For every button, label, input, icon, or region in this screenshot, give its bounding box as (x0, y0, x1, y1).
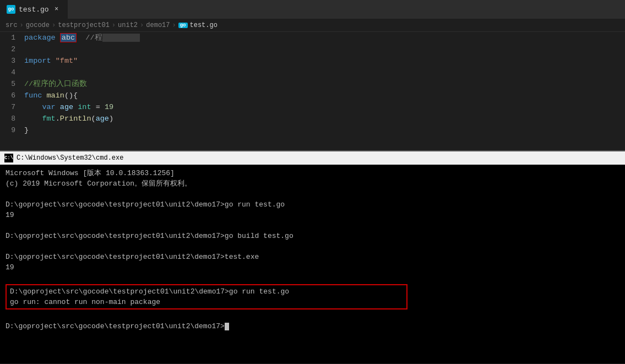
tab-bar: go test.go × (0, 0, 625, 19)
code-line-9: } (24, 124, 623, 136)
line-num-6: 6 (4, 90, 15, 101)
terminal-line-build: D:\goproject\src\gocode\testproject01\un… (6, 231, 619, 241)
terminal-line-blank-2 (6, 220, 619, 231)
tab-testgo[interactable]: go test.go × (0, 0, 68, 19)
line-num-4: 4 (4, 67, 15, 78)
line-num-7: 7 (4, 101, 15, 113)
go-badge-icon: go (178, 23, 188, 28)
terminal-error-line-1: D:\goproject\src\gocode\testproject01\un… (10, 286, 403, 297)
breadcrumb-sep-2: › (52, 21, 56, 29)
code-line-1: package abc //程 (24, 32, 623, 44)
code-line-8: fmt.Println(age) (24, 113, 623, 124)
code-line-4 (24, 67, 623, 78)
terminal-line-blank-4 (6, 273, 619, 283)
code-line-7: var age int = 19 (24, 101, 623, 113)
breadcrumb-current-file: test.go (190, 21, 218, 29)
breadcrumb-gocode[interactable]: gocode (26, 21, 50, 29)
breadcrumb-sep-5: › (172, 21, 176, 29)
line-num-1: 1 (4, 32, 15, 44)
go-file-icon: go (7, 5, 15, 14)
code-line-3: import "fmt" (24, 55, 623, 67)
terminal-error-line-2: go run: cannot run non-main package (10, 297, 403, 307)
terminal-container: C:\ C:\Windows\System32\cmd.exe Microsof… (0, 150, 625, 363)
breadcrumb-sep-3: › (112, 21, 116, 29)
code-line-6: func main(){ (24, 90, 623, 101)
tab-filename: test.go (19, 6, 49, 14)
terminal-title-bar: C:\ C:\Windows\System32\cmd.exe (0, 151, 625, 165)
breadcrumb-current[interactable]: go test.go (178, 21, 218, 29)
line-num-8: 8 (4, 113, 15, 124)
terminal-error-box: D:\goproject\src\gocode\testproject01\un… (6, 284, 407, 309)
code-line-2 (24, 44, 623, 55)
code-line-5: //程序的入口函数 (24, 78, 623, 90)
terminal-line-2: (c) 2019 Microsoft Corporation。保留所有权利。 (6, 178, 619, 189)
terminal-line-blank-3 (6, 241, 619, 252)
line-num-9: 9 (4, 124, 15, 136)
code-area[interactable]: package abc //程 import "fmt" //程序的入口函数 f… (22, 32, 625, 150)
breadcrumb-unit2[interactable]: unit2 (118, 21, 138, 29)
line-num-2: 2 (4, 44, 15, 55)
terminal-line-output2: 19 (6, 262, 619, 273)
terminal-last-line: D:\goproject\src\gocode\testproject01\un… (6, 321, 619, 332)
tab-close-button[interactable]: × (52, 5, 61, 14)
terminal-body[interactable]: Microsoft Windows [版本 10.0.18363.1256] (… (0, 165, 625, 363)
line-numbers: 1 2 3 4 5 6 7 8 9 (0, 32, 22, 150)
breadcrumb-sep-4: › (140, 21, 144, 29)
terminal-title-path: C:\Windows\System32\cmd.exe (17, 154, 123, 162)
line-num-5: 5 (4, 78, 15, 90)
terminal-line-1: Microsoft Windows [版本 10.0.18363.1256] (6, 168, 619, 178)
terminal-line-exe: D:\goproject\src\gocode\testproject01\un… (6, 252, 619, 262)
cmd-icon: C:\ (4, 154, 13, 162)
terminal-line-output1: 19 (6, 210, 619, 220)
breadcrumb: src › gocode › testproject01 › unit2 › d… (0, 19, 625, 32)
breadcrumb-testproject01[interactable]: testproject01 (58, 21, 110, 29)
terminal-line-blank-1 (6, 189, 619, 199)
breadcrumb-demo17[interactable]: demo17 (146, 21, 170, 29)
line-num-3: 3 (4, 55, 15, 67)
terminal-line-blank-5 (6, 311, 619, 321)
breadcrumb-sep-1: › (20, 21, 24, 29)
breadcrumb-src[interactable]: src (6, 21, 18, 29)
terminal-line-run1: D:\goproject\src\gocode\testproject01\un… (6, 199, 619, 210)
code-editor[interactable]: 1 2 3 4 5 6 7 8 9 package abc //程 import… (0, 32, 625, 150)
terminal-cursor (225, 323, 229, 330)
